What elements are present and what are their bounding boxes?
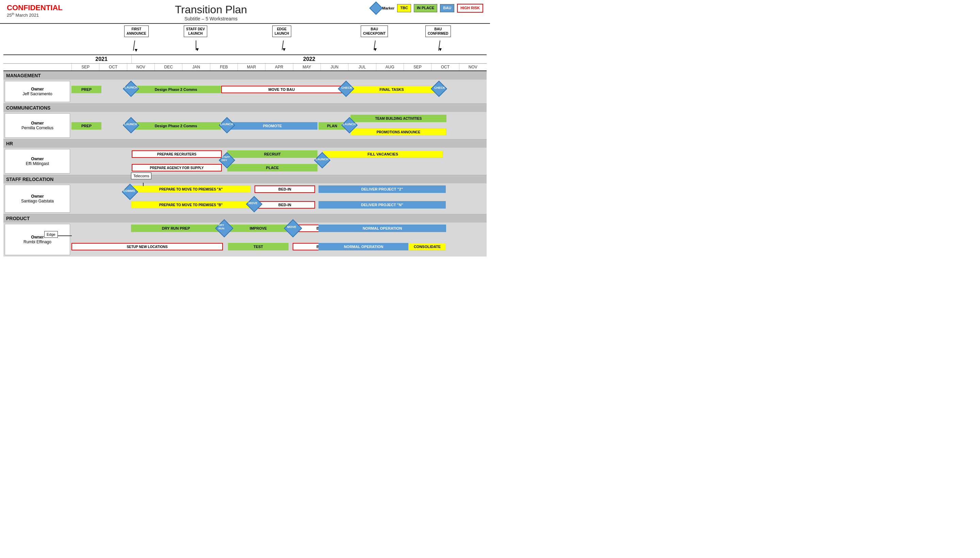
owner-name-hr: Effi Mitingast bbox=[26, 161, 49, 166]
legend-tbc: TBC bbox=[397, 4, 411, 12]
bau-checkpoint-box: BAUCHECKPOINT bbox=[361, 26, 388, 37]
bar-place-hr: PLACE bbox=[227, 164, 317, 171]
ws-management: MANAGEMENT Owner Jeff Sacramento PREP LA… bbox=[3, 71, 487, 103]
diamond-launch-comms3: LAUNCH bbox=[344, 120, 355, 131]
owner-label-product: Owner bbox=[31, 235, 44, 240]
ws-hr-body: Owner Effi Mitingast PREPARE RECRUITERS … bbox=[3, 148, 487, 175]
bar-prep-move-a: PREPARE TO MOVE TO PREMISES "A" bbox=[131, 185, 251, 193]
bar-setup-new-loc: SETUP NEW LOCATIONS bbox=[71, 243, 223, 250]
month-cell-jan-4: JAN bbox=[182, 64, 210, 71]
ws-comms-body: Owner Pernilla Cornelius PREP LAUNCH Des… bbox=[3, 112, 487, 139]
month-cell-jun-9: JUN bbox=[320, 64, 348, 71]
marker-label: Marker bbox=[382, 6, 394, 10]
legend-marker: Marker bbox=[371, 3, 394, 13]
bar-design-mgmt: Design Phase 2 Comms bbox=[131, 86, 221, 93]
diamond-launch-comms2: LAUNCH bbox=[221, 120, 233, 131]
ws-management-header: MANAGEMENT bbox=[3, 71, 487, 80]
month-spacer bbox=[3, 64, 71, 71]
ws-staff-reloc-header: STAFF RELOCATION bbox=[3, 175, 487, 184]
arrow1: ▼ bbox=[134, 47, 138, 53]
arrow4: ▼ bbox=[373, 47, 378, 52]
tooltip-edge-line-h bbox=[56, 235, 72, 236]
arrow5: ▼ bbox=[438, 47, 443, 52]
legend-inplace: IN PLACE bbox=[414, 4, 437, 12]
bar-recruit-hr: RECRUIT bbox=[227, 150, 317, 158]
ws-management-gantt: PREP LAUNCH Design Phase 2 Comms MOVE TO… bbox=[71, 80, 487, 100]
diamond-check-mgmt2: CHECK bbox=[433, 83, 445, 95]
ws-hr-gantt: PREPARE RECRUITERS PREPARE AGENCY FOR SU… bbox=[71, 148, 487, 175]
year-2022: 2022 bbox=[132, 55, 487, 63]
month-cell-nov-14: NOV bbox=[459, 64, 487, 71]
marker-diamond bbox=[369, 2, 383, 15]
app-container: CONFIDENTIAL 25th March 2021 Transition … bbox=[0, 0, 490, 256]
tooltip-edge: Edge bbox=[44, 231, 58, 238]
bar-improve: IMPROVE bbox=[228, 225, 289, 232]
edge-launch-box: EDGELAUNCH bbox=[272, 26, 291, 37]
diamond-launch-comms1: LAUNCH bbox=[125, 120, 137, 131]
month-cell-dec-3: DEC bbox=[154, 64, 182, 71]
milestone-row: FIRSTANNOUNCE STAFF DEVLAUNCH EDGELAUNCH… bbox=[71, 24, 487, 54]
ws-communications: COMMUNICATIONS Owner Pernilla Cornelius … bbox=[3, 103, 487, 139]
month-cell-apr-7: APR bbox=[265, 64, 293, 71]
month-cell-feb-5: FEB bbox=[210, 64, 238, 71]
tooltip-telecoms: Telecoms bbox=[131, 172, 151, 179]
bar-deliver-n: DELIVER PROJECT "N" bbox=[318, 201, 446, 208]
diamond-move-product: MOVE bbox=[287, 222, 299, 235]
ws-staff-reloc: STAFF RELOCATION Owner Santiago Gatstata… bbox=[3, 175, 487, 214]
month-row: SEPOCTNOVDECJANFEBMARAPRMAYJUNJULAUGSEPO… bbox=[3, 64, 487, 71]
bar-promotions: PROMOTIONS ANNOUNCE bbox=[350, 128, 446, 136]
bar-test-product: TEST bbox=[228, 243, 289, 250]
confidential-label: CONFIDENTIAL bbox=[7, 3, 68, 12]
ws-hr-owner: Owner Effi Mitingast bbox=[5, 149, 70, 174]
bar-bed-in-a: BED-IN bbox=[254, 185, 315, 193]
ws-staff-reloc-body: Owner Santiago Gatstata COMMS PREPARE TO… bbox=[3, 184, 487, 214]
ws-comms-gantt: PREP LAUNCH Design Phase 2 Comms LAUNCH … bbox=[71, 112, 487, 139]
year-spacer bbox=[3, 55, 71, 63]
bar-team-building: TEAM BUILDING ACTIVITIES bbox=[350, 115, 446, 122]
ws-hr: HR Owner Effi Mitingast PREPARE RECRUITE… bbox=[3, 139, 487, 175]
owner-name-mgmt: Jeff Sacramento bbox=[23, 92, 52, 96]
ws-product-owner: Owner Rumbi Effinago bbox=[5, 224, 70, 255]
ws-product-header: PRODUCT bbox=[3, 214, 487, 223]
ws-management-owner: Owner Jeff Sacramento bbox=[5, 81, 70, 102]
owner-label-mgmt: Owner bbox=[31, 87, 44, 92]
bar-move-bau-mgmt: MOVE TO BAU bbox=[221, 86, 342, 93]
year-row: 2021 2022 bbox=[3, 54, 487, 64]
bar-prep-recruiters: PREPARE RECRUITERS bbox=[132, 150, 222, 158]
sub-title: Subtitle – 5 Workstreams bbox=[68, 16, 354, 21]
ws-comms-owner: Owner Pernilla Cornelius bbox=[5, 113, 70, 138]
arrow2: ▼ bbox=[195, 47, 200, 52]
month-cell-aug-11: AUG bbox=[376, 64, 404, 71]
bar-fill-vacancies: FILL VACANCIES bbox=[323, 150, 443, 158]
bar-dry-run-prep: DRY RUN PREP bbox=[131, 225, 221, 232]
month-cell-mar-6: MAR bbox=[238, 64, 265, 71]
bar-promote-comms: PROMOTE bbox=[227, 122, 317, 130]
month-cell-sep-12: SEP bbox=[404, 64, 431, 71]
staff-dev-box: STAFF DEVLAUNCH bbox=[184, 26, 207, 37]
month-cell-jul-10: JUL bbox=[348, 64, 376, 71]
timeline-wrapper: FIRSTANNOUNCE STAFF DEVLAUNCH EDGELAUNCH… bbox=[0, 24, 490, 256]
month-cell-sep-0: SEP bbox=[71, 64, 99, 71]
ws-product-gantt: Edge DRY RUN PREP DRYRUN IMPROVE MOVE bbox=[71, 223, 487, 256]
month-cell-nov-2: NOV bbox=[127, 64, 154, 71]
confidential-block: CONFIDENTIAL 25th March 2021 bbox=[7, 3, 68, 18]
year-2021: 2021 bbox=[71, 55, 132, 63]
main-title: Transition Plan bbox=[68, 3, 354, 16]
bar-bed-in-b: BED-IN bbox=[254, 201, 315, 208]
bar-design-comms: Design Phase 2 Comms bbox=[131, 122, 221, 130]
diamond-dry-run: DRYRUN bbox=[218, 222, 231, 235]
bau-confirmed-box: BAUCONFIRMED bbox=[425, 26, 451, 37]
diamond-comms-reloc: COMMS bbox=[124, 186, 136, 198]
month-cell-may-8: MAY bbox=[293, 64, 320, 71]
bar-prep-move-b: PREPARE TO MOVE TO PREMISES "B" bbox=[131, 201, 251, 208]
bar-prep-agency: PREPARE AGENCY FOR SUPPLY bbox=[132, 164, 222, 171]
bar-deliver-2: DELIVER PROJECT "2" bbox=[318, 185, 446, 193]
owner-label-comms: Owner bbox=[31, 121, 44, 126]
bar-normal-op-product1: NORMAL OPERATION bbox=[318, 225, 446, 232]
arrow3: ▼ bbox=[282, 47, 287, 52]
ws-product: PRODUCT Owner Rumbi Effinago Edge DRY RU… bbox=[3, 214, 487, 256]
legend-highrisk: HIGH RISK bbox=[457, 4, 483, 12]
owner-label-reloc: Owner bbox=[31, 194, 44, 199]
diamond-launch-hr: LAUNCH bbox=[317, 154, 328, 166]
bar-normal-op-product2: NORMAL OPERATION bbox=[318, 243, 409, 250]
